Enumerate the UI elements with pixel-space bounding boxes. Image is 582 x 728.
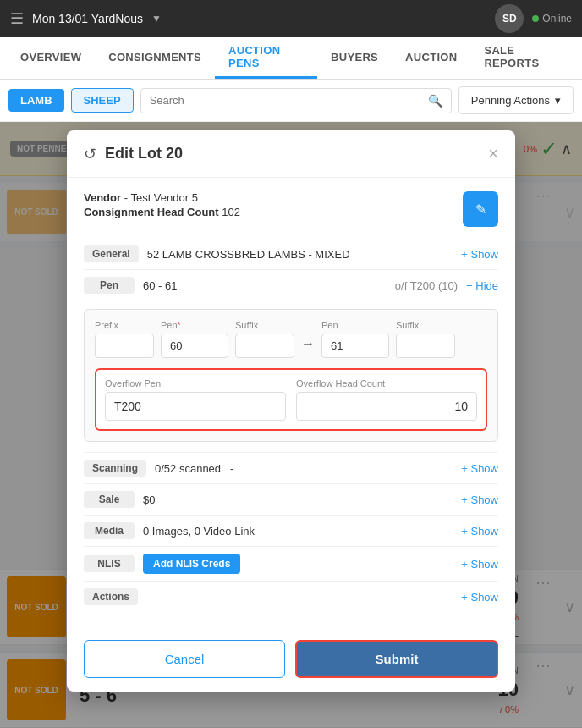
nav-overview[interactable]: OVERVIEW bbox=[7, 37, 95, 79]
prefix-input[interactable] bbox=[95, 334, 154, 358]
nlis-value: Add NLIS Creds bbox=[143, 554, 453, 574]
head-count-line: Consignment Head Count 102 bbox=[84, 206, 453, 218]
close-button[interactable]: × bbox=[488, 144, 498, 163]
suffix-to-group: Suffix bbox=[396, 320, 455, 358]
topbar-arrow-icon[interactable]: ▼ bbox=[151, 13, 162, 25]
nav-consignments[interactable]: CONSIGNMENTS bbox=[95, 37, 215, 79]
actions-section: Actions + Show bbox=[84, 582, 498, 612]
pen-from-fields: Prefix Pen* Suffix bbox=[95, 320, 487, 358]
online-dot bbox=[532, 15, 539, 22]
menu-icon[interactable]: ☰ bbox=[10, 9, 24, 28]
vendor-line: Vendor - Test Vendor 5 bbox=[84, 191, 453, 204]
scanning-value: 0/52 scanned - bbox=[155, 462, 453, 475]
pen-to-label: Pen bbox=[321, 320, 389, 330]
nav-auction[interactable]: AUCTION bbox=[392, 37, 470, 79]
modal-header: ↺ Edit Lot 20 × bbox=[67, 130, 515, 178]
nav-sale-reports[interactable]: SALE REPORTS bbox=[470, 37, 575, 79]
actions-label: Actions bbox=[84, 588, 138, 605]
pen-overflow-text: o/f T200 (10) bbox=[395, 279, 458, 292]
suffix-to-input[interactable] bbox=[396, 334, 455, 358]
pen-range: 60 - 61 bbox=[143, 279, 387, 292]
modal-body: Vendor - Test Vendor 5 Consignment Head … bbox=[67, 178, 515, 626]
nlis-section: NLIS Add NLIS Creds + Show bbox=[84, 547, 498, 582]
suffix-from-label: Suffix bbox=[235, 320, 294, 330]
nlis-label: NLIS bbox=[84, 555, 135, 572]
search-box: 🔍 bbox=[140, 88, 452, 113]
general-label: General bbox=[84, 245, 139, 262]
overflow-pen-label: Overflow Pen bbox=[105, 378, 286, 389]
sale-section: Sale $0 + Show bbox=[84, 484, 498, 516]
media-section: Media 0 Images, 0 Video Link + Show bbox=[84, 516, 498, 547]
overflow-row: Overflow Pen Overflow Head Count bbox=[95, 368, 487, 431]
actions-show-link[interactable]: + Show bbox=[461, 591, 498, 604]
pen-to-group: Pen bbox=[321, 320, 389, 358]
overflow-head-input[interactable] bbox=[296, 392, 477, 421]
nav-buyers[interactable]: BUYERS bbox=[317, 37, 392, 79]
scanning-label: Scanning bbox=[84, 460, 146, 477]
edit-vendor-button[interactable]: ✎ bbox=[463, 191, 498, 227]
overflow-pen-group: Overflow Pen bbox=[105, 378, 286, 421]
navbar: OVERVIEW CONSIGNMENTS AUCTION PENS BUYER… bbox=[0, 37, 582, 80]
suffix-to-label: Suffix bbox=[396, 320, 455, 330]
modal-footer: Cancel Submit bbox=[67, 626, 515, 692]
pen-section: Pen 60 - 61 o/f T200 (10) − Hide Prefix bbox=[84, 270, 498, 453]
media-show-link[interactable]: + Show bbox=[461, 525, 498, 538]
media-label: Media bbox=[84, 522, 135, 539]
online-status: Online bbox=[532, 13, 572, 25]
overflow-pen-input[interactable] bbox=[105, 392, 286, 421]
pen-from-input[interactable] bbox=[161, 334, 228, 358]
topbar-title: Mon 13/01 YardNous bbox=[32, 12, 143, 25]
main-content: NOT PENNED VENDOR Test Vendor CROSSB... … bbox=[0, 122, 582, 728]
sale-value: $0 bbox=[143, 494, 453, 506]
vendor-info-row: Vendor - Test Vendor 5 Consignment Head … bbox=[84, 191, 498, 227]
nav-auction-pens[interactable]: AUCTION PENS bbox=[215, 37, 317, 79]
search-input[interactable] bbox=[150, 94, 423, 107]
lamb-tab[interactable]: LAMB bbox=[8, 89, 64, 112]
reset-icon: ↺ bbox=[84, 145, 96, 163]
pen-from-group: Pen* bbox=[161, 320, 228, 358]
submit-button[interactable]: Submit bbox=[295, 640, 498, 678]
add-nlis-creds-button[interactable]: Add NLIS Creds bbox=[143, 554, 240, 574]
pen-hide-link[interactable]: − Hide bbox=[466, 279, 498, 292]
chevron-down-icon: ▾ bbox=[555, 94, 561, 107]
penning-actions-button[interactable]: Penning Actions ▾ bbox=[458, 86, 574, 114]
sale-label: Sale bbox=[84, 491, 135, 508]
sale-show-link[interactable]: + Show bbox=[461, 494, 498, 506]
cancel-button[interactable]: Cancel bbox=[84, 640, 285, 678]
pen-fields-expanded: Prefix Pen* Suffix bbox=[84, 309, 498, 442]
general-section: General 52 LAMB CROSSBRED LAMBS - MIXED … bbox=[84, 239, 498, 270]
vendor-text-block: Vendor - Test Vendor 5 Consignment Head … bbox=[84, 191, 453, 218]
modal-title: Edit Lot 20 bbox=[105, 145, 480, 163]
arrow-right-icon: → bbox=[301, 336, 315, 351]
media-value: 0 Images, 0 Video Link bbox=[143, 525, 453, 538]
prefix-label: Prefix bbox=[95, 320, 154, 330]
general-value: 52 LAMB CROSSBRED LAMBS - MIXED bbox=[147, 248, 453, 261]
avatar: SD bbox=[495, 4, 524, 33]
prefix-group: Prefix bbox=[95, 320, 154, 358]
search-icon: 🔍 bbox=[428, 94, 442, 108]
toolbar: LAMB SHEEP 🔍 Penning Actions ▾ bbox=[0, 80, 582, 122]
scanning-show-link[interactable]: + Show bbox=[461, 462, 498, 475]
pen-from-label: Pen* bbox=[161, 320, 228, 330]
overflow-head-group: Overflow Head Count bbox=[296, 378, 477, 421]
sheep-tab[interactable]: SHEEP bbox=[71, 88, 134, 113]
pen-to-input[interactable] bbox=[321, 334, 389, 358]
general-show-link[interactable]: + Show bbox=[461, 248, 498, 261]
suffix-from-input[interactable] bbox=[235, 334, 294, 358]
scanning-section: Scanning 0/52 scanned - + Show bbox=[84, 453, 498, 484]
overflow-head-label: Overflow Head Count bbox=[296, 378, 477, 389]
topbar: ☰ Mon 13/01 YardNous ▼ SD Online bbox=[0, 0, 582, 37]
edit-lot-modal: ↺ Edit Lot 20 × Vendor - Test Vendor 5 C… bbox=[67, 130, 515, 692]
nlis-show-link[interactable]: + Show bbox=[461, 558, 498, 571]
pen-label: Pen bbox=[84, 277, 135, 294]
suffix-from-group: Suffix bbox=[235, 320, 294, 358]
